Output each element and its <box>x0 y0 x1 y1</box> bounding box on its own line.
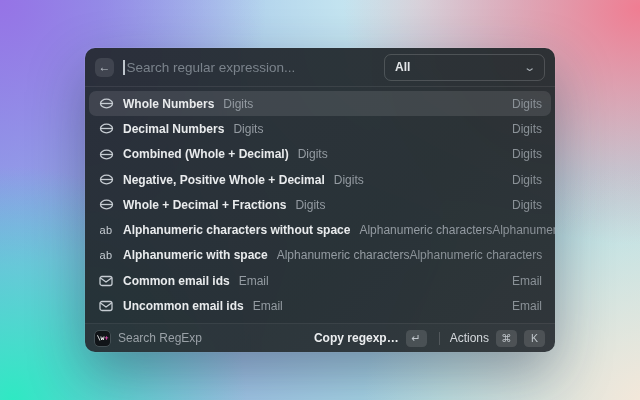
result-icon: ab <box>98 148 114 161</box>
return-key-icon: ↵ <box>406 330 427 347</box>
result-category: Digits <box>512 198 542 212</box>
result-subtitle: Digits <box>223 97 253 111</box>
result-category: Digits <box>512 147 542 161</box>
launcher-window: ← All ⌄ ab Whole Numbers Digits Digits <box>85 48 555 352</box>
result-row[interactable]: ab Decimal Numbers Digits Digits <box>89 116 551 141</box>
result-title: Combined (Whole + Decimal) <box>123 147 289 161</box>
search-input[interactable] <box>127 60 385 75</box>
back-arrow-icon: ← <box>99 61 111 73</box>
alphanumeric-ab-icon: ab <box>99 250 112 261</box>
digits-coin-icon <box>99 122 114 135</box>
chevron-down-icon: ⌄ <box>523 64 536 71</box>
result-category: Digits <box>512 173 542 187</box>
search-header: ← All ⌄ <box>85 48 555 86</box>
digits-coin-icon <box>99 148 114 161</box>
footer-bar: \w+ Search RegExp Copy regexp… ↵ Actions… <box>85 324 555 352</box>
result-icon: ab <box>98 173 114 186</box>
app-logo-icon: \w+ <box>95 331 110 346</box>
result-icon: ab <box>98 275 114 287</box>
digits-coin-icon <box>99 173 114 186</box>
results-list: ab Whole Numbers Digits Digits ab Decima… <box>85 87 555 323</box>
result-icon: ab <box>98 250 114 261</box>
result-row[interactable]: ab Alphanumeric with space Alphanumeric … <box>89 243 551 268</box>
result-icon: ab <box>98 225 114 236</box>
k-key-icon: K <box>524 330 545 347</box>
result-category: Digits <box>512 97 542 111</box>
filter-selected-value: All <box>395 60 410 74</box>
alphanumeric-ab-icon: ab <box>99 225 112 236</box>
digits-coin-icon <box>99 97 114 110</box>
result-icon: ab <box>98 198 114 211</box>
result-category: Alphanumeric characters <box>492 223 555 237</box>
result-icon: ab <box>98 97 114 110</box>
result-row[interactable]: ab Alphanumeric characters without space… <box>89 217 551 242</box>
result-row[interactable]: ab Whole Numbers Digits Digits <box>89 91 551 116</box>
result-title: Decimal Numbers <box>123 122 224 136</box>
result-title: Whole + Decimal + Fractions <box>123 198 286 212</box>
result-title: Common email ids <box>123 274 230 288</box>
result-subtitle: Email <box>239 274 269 288</box>
result-title: Negative, Positive Whole + Decimal <box>123 173 325 187</box>
result-subtitle: Digits <box>298 147 328 161</box>
result-subtitle: Email <box>253 299 283 313</box>
result-title: Alphanumeric with space <box>123 248 268 262</box>
copy-regexp-button[interactable]: Copy regexp… <box>314 331 399 345</box>
footer-actions-separator <box>439 332 440 345</box>
result-subtitle: Alphanumeric characters <box>277 248 410 262</box>
result-subtitle: Digits <box>295 198 325 212</box>
result-title: Whole Numbers <box>123 97 214 111</box>
result-subtitle: Digits <box>334 173 364 187</box>
result-row[interactable]: ab Combined (Whole + Decimal) Digits Dig… <box>89 142 551 167</box>
result-icon: ab <box>98 122 114 135</box>
cmd-key-icon: ⌘ <box>496 330 517 347</box>
result-category: Email <box>512 274 542 288</box>
result-icon: ab <box>98 300 114 312</box>
category-filter-dropdown[interactable]: All ⌄ <box>384 54 545 81</box>
result-row[interactable]: ab Negative, Positive Whole + Decimal Di… <box>89 167 551 192</box>
result-title: Alphanumeric characters without space <box>123 223 350 237</box>
result-subtitle: Digits <box>233 122 263 136</box>
result-row[interactable]: ab Uncommon email ids Email Email <box>89 293 551 318</box>
result-category: Alphanumeric characters <box>409 248 542 262</box>
digits-coin-icon <box>99 198 114 211</box>
envelope-icon <box>99 275 113 287</box>
result-row[interactable]: ab Common email ids Email Email <box>89 268 551 293</box>
result-title: Uncommon email ids <box>123 299 244 313</box>
result-row[interactable]: ab Whole + Decimal + Fractions Digits Di… <box>89 192 551 217</box>
text-caret <box>123 60 125 75</box>
app-name: Search RegExp <box>118 331 202 345</box>
envelope-icon <box>99 300 113 312</box>
result-subtitle: Alphanumeric characters <box>359 223 492 237</box>
result-category: Email <box>512 299 542 313</box>
result-category: Digits <box>512 122 542 136</box>
actions-button[interactable]: Actions <box>450 331 489 345</box>
back-button[interactable]: ← <box>95 58 114 77</box>
